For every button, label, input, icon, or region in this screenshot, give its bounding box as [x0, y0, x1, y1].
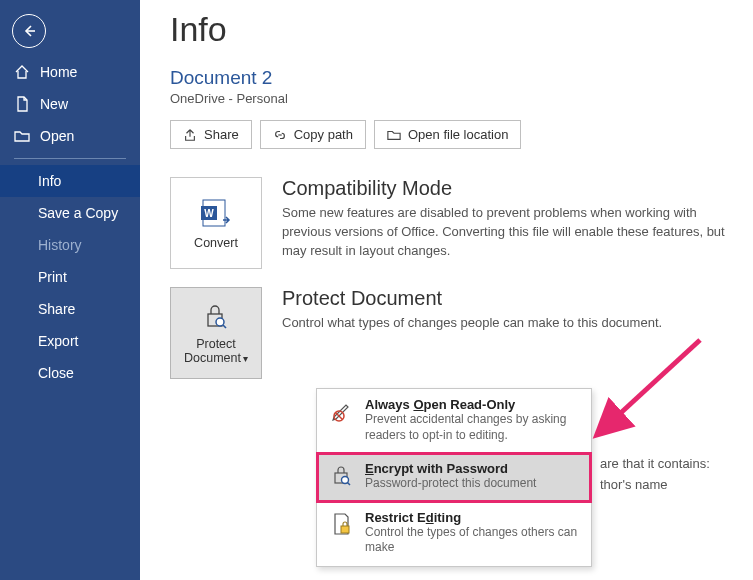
menu-restrict-title: Restrict Editing — [365, 510, 579, 525]
svg-rect-8 — [341, 526, 349, 533]
nav-print-label: Print — [38, 269, 67, 285]
menu-encrypt-desc: Password-protect this document — [365, 476, 536, 492]
nav-export[interactable]: Export — [0, 325, 140, 357]
svg-point-4 — [216, 318, 224, 326]
backstage-sidebar: Home New Open Info Save a Copy History P… — [0, 0, 140, 580]
protect-document-menu: Always Open Read-Only Prevent accidental… — [316, 388, 592, 567]
nav-save-copy-label: Save a Copy — [38, 205, 118, 221]
compatibility-section: W Convert Compatibility Mode Some new fe… — [170, 177, 729, 269]
convert-label: Convert — [194, 236, 238, 250]
compatibility-title: Compatibility Mode — [282, 177, 729, 200]
nav-share[interactable]: Share — [0, 293, 140, 325]
protect-document-button[interactable]: Protect Document▾ — [170, 287, 262, 379]
back-button[interactable] — [12, 14, 46, 48]
lock-search-icon — [201, 301, 231, 331]
action-button-row: Share Copy path Open file location — [170, 120, 729, 149]
svg-point-7 — [342, 477, 349, 484]
folder-icon — [387, 128, 401, 142]
copy-path-button[interactable]: Copy path — [260, 120, 366, 149]
page-title: Info — [170, 10, 729, 49]
nav-share-label: Share — [38, 301, 75, 317]
protect-desc: Control what types of changes people can… — [282, 314, 729, 333]
lock-key-icon — [329, 462, 355, 488]
nav-info[interactable]: Info — [0, 165, 140, 197]
nav-close-label: Close — [38, 365, 74, 381]
link-icon — [273, 128, 287, 142]
nav-history-label: History — [38, 237, 82, 253]
folder-open-icon — [14, 128, 30, 144]
inspect-partial-text: are that it contains: thor's name — [600, 454, 710, 496]
menu-readonly-desc: Prevent accidental changes by asking rea… — [365, 412, 579, 443]
document-lock-icon — [329, 511, 355, 537]
svg-text:W: W — [204, 208, 214, 219]
menu-restrict-desc: Control the types of changes others can … — [365, 525, 579, 556]
nav-history: History — [0, 229, 140, 261]
protect-section: Protect Document▾ Protect Document Contr… — [170, 287, 729, 379]
nav-info-label: Info — [38, 173, 61, 189]
nav-separator — [14, 158, 126, 159]
menu-encrypt-password[interactable]: Encrypt with Password Password-protect t… — [317, 453, 591, 502]
share-button[interactable]: Share — [170, 120, 252, 149]
nav-open-label: Open — [40, 128, 74, 144]
nav-open[interactable]: Open — [0, 120, 140, 152]
nav-new[interactable]: New — [0, 88, 140, 120]
document-icon — [14, 96, 30, 112]
document-title: Document 2 — [170, 67, 729, 89]
nav-print[interactable]: Print — [0, 261, 140, 293]
share-icon — [183, 128, 197, 142]
copy-path-label: Copy path — [294, 127, 353, 142]
menu-open-read-only[interactable]: Always Open Read-Only Prevent accidental… — [317, 389, 591, 453]
share-label: Share — [204, 127, 239, 142]
convert-button[interactable]: W Convert — [170, 177, 262, 269]
pen-prohibit-icon — [329, 398, 355, 424]
protect-title: Protect Document — [282, 287, 729, 310]
open-location-button[interactable]: Open file location — [374, 120, 521, 149]
word-convert-icon: W — [199, 196, 233, 230]
nav-home-label: Home — [40, 64, 77, 80]
menu-encrypt-title: Encrypt with Password — [365, 461, 536, 476]
protect-label: Protect Document▾ — [171, 337, 261, 365]
document-location: OneDrive - Personal — [170, 91, 729, 106]
nav-close[interactable]: Close — [0, 357, 140, 389]
nav-home[interactable]: Home — [0, 56, 140, 88]
menu-restrict-editing[interactable]: Restrict Editing Control the types of ch… — [317, 502, 591, 566]
nav-export-label: Export — [38, 333, 78, 349]
back-arrow-icon — [21, 23, 37, 39]
main-content: Info Document 2 OneDrive - Personal Shar… — [140, 0, 753, 580]
nav-new-label: New — [40, 96, 68, 112]
open-location-label: Open file location — [408, 127, 508, 142]
menu-readonly-title: Always Open Read-Only — [365, 397, 579, 412]
compatibility-desc: Some new features are disabled to preven… — [282, 204, 729, 261]
home-icon — [14, 64, 30, 80]
nav-save-copy[interactable]: Save a Copy — [0, 197, 140, 229]
